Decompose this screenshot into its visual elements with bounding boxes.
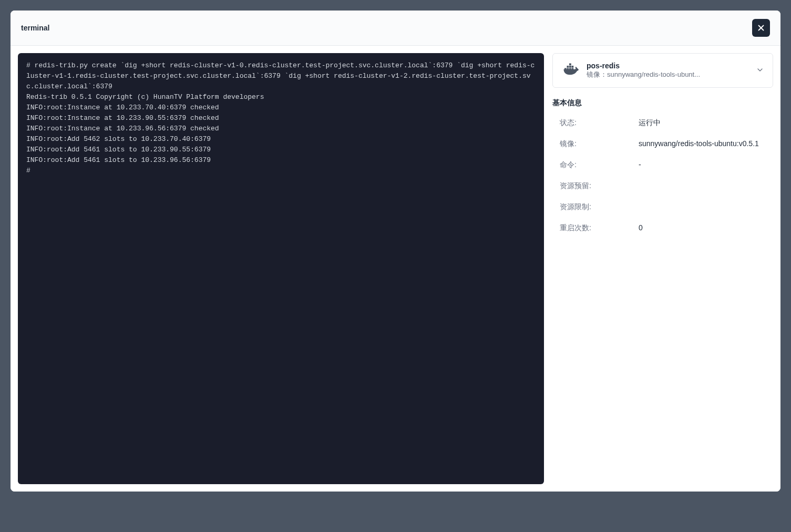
container-image-summary: 镜像：sunnywang/redis-tools-ubunt... [587, 70, 749, 79]
terminal-output[interactable]: # redis-trib.py create `dig +short redis… [18, 53, 544, 484]
info-row-image: 镜像: sunnywang/redis-tools-ubuntu:v0.5.1 [552, 135, 773, 156]
info-value: sunnywang/redis-tools-ubuntu:v0.5.1 [639, 139, 773, 149]
info-label: 资源限制: [560, 202, 639, 212]
close-button[interactable] [752, 19, 770, 37]
info-label: 资源预留: [560, 181, 639, 191]
info-section-title: 基本信息 [552, 98, 773, 108]
info-label: 镜像: [560, 139, 639, 149]
container-name: pos-redis [587, 62, 749, 70]
svg-rect-6 [572, 66, 574, 68]
modal-body: # redis-trib.py create `dig +short redis… [11, 46, 780, 492]
modal-header: terminal [11, 11, 780, 46]
container-card[interactable]: pos-redis 镜像：sunnywang/redis-tools-ubunt… [552, 53, 773, 88]
info-row-status: 状态: 运行中 [552, 114, 773, 135]
info-row-res-reserve: 资源预留: [552, 177, 773, 198]
info-value [639, 202, 773, 212]
info-label: 重启次数: [560, 223, 639, 233]
svg-rect-5 [569, 66, 571, 68]
chevron-down-icon [756, 66, 764, 76]
info-value: 0 [639, 223, 773, 233]
svg-rect-7 [569, 64, 571, 66]
info-row-res-limit: 资源限制: [552, 198, 773, 219]
svg-rect-4 [567, 66, 569, 68]
close-icon [756, 23, 766, 33]
container-info: pos-redis 镜像：sunnywang/redis-tools-ubunt… [587, 62, 749, 79]
info-label: 命令: [560, 160, 639, 170]
modal-title: terminal [21, 24, 49, 32]
info-value: 运行中 [639, 118, 773, 128]
info-row-restart-count: 重启次数: 0 [552, 219, 773, 240]
info-value [639, 181, 773, 191]
terminal-modal: terminal # redis-trib.py create `dig +sh… [11, 11, 780, 492]
info-row-command: 命令: - [552, 156, 773, 177]
sidebar: pos-redis 镜像：sunnywang/redis-tools-ubunt… [552, 53, 773, 484]
info-label: 状态: [560, 118, 639, 128]
info-value: - [639, 160, 773, 170]
info-list: 状态: 运行中 镜像: sunnywang/redis-tools-ubuntu… [552, 114, 773, 240]
docker-icon [561, 61, 580, 80]
